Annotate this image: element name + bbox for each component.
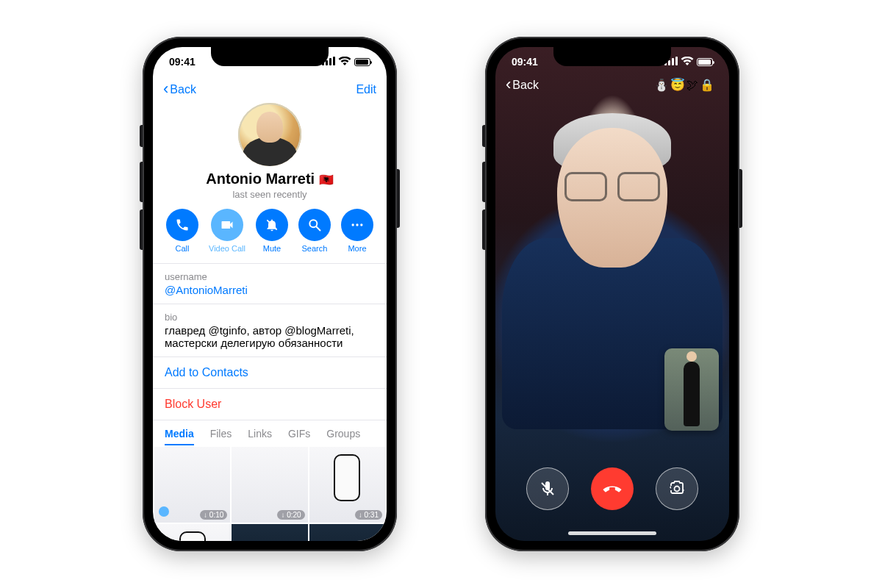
- nav-bar: ‹ Back Edit: [153, 76, 387, 103]
- edit-button[interactable]: Edit: [356, 83, 376, 96]
- media-duration: ↓ 0:10: [200, 510, 227, 520]
- search-button[interactable]: Search: [298, 209, 331, 253]
- svg-point-8: [356, 223, 358, 226]
- play-icon: [159, 506, 169, 517]
- self-video-pip[interactable]: [664, 348, 719, 431]
- bio-value: главред @tginfo, автор @blogMarreti, мас…: [165, 324, 375, 349]
- status-time: 09:41: [512, 56, 538, 68]
- call-button[interactable]: Call: [166, 209, 198, 253]
- display-name-text: Antonio Marreti: [206, 171, 315, 187]
- username-label: username: [165, 271, 375, 282]
- svg-point-9: [360, 223, 362, 226]
- video-icon: [220, 218, 234, 232]
- add-to-contacts-button[interactable]: Add to Contacts: [153, 356, 387, 388]
- toggle-mute-button[interactable]: [526, 467, 569, 510]
- svg-point-7: [351, 223, 354, 226]
- last-seen-label: last seen recently: [153, 189, 387, 200]
- svg-rect-1: [326, 60, 328, 65]
- media-duration: ↓ 0:31: [355, 510, 382, 520]
- tab-files[interactable]: Files: [210, 428, 232, 445]
- profile-tabs: Media Files Links GIFs Groups: [153, 420, 387, 445]
- tab-media[interactable]: Media: [165, 428, 194, 445]
- call-label: Call: [176, 244, 190, 253]
- phone-icon: [175, 218, 190, 232]
- avatar[interactable]: [238, 103, 301, 166]
- battery-icon: [354, 58, 370, 66]
- back-button[interactable]: ‹ Back: [506, 78, 539, 93]
- flip-camera-icon: [668, 480, 686, 498]
- status-indicators: [322, 56, 370, 68]
- battery-icon: [697, 58, 713, 66]
- media-item[interactable]: ↓ 0:10: [154, 447, 230, 523]
- status-time: 09:41: [169, 56, 196, 68]
- media-item[interactable]: [154, 524, 230, 541]
- media-item[interactable]: ↓ 0:20: [232, 447, 307, 523]
- search-icon: [307, 218, 322, 232]
- phone-frame-right: 09:41 ‹ Back ⛄😇🕊🔒: [485, 37, 739, 551]
- svg-rect-11: [668, 60, 670, 65]
- media-item[interactable]: ↓ 0:31: [309, 447, 385, 523]
- wifi-icon: [681, 56, 694, 68]
- back-label: Back: [170, 83, 196, 96]
- bio-label: bio: [165, 312, 375, 323]
- bell-off-icon: [265, 218, 279, 232]
- bio-section: bio главред @tginfo, автор @blogMarreti,…: [153, 304, 387, 356]
- search-label: Search: [302, 244, 328, 253]
- svg-point-15: [675, 487, 680, 492]
- call-controls: [495, 467, 729, 510]
- wifi-icon: [338, 56, 351, 68]
- svg-rect-3: [333, 57, 335, 65]
- video-call-button[interactable]: Video Call: [209, 209, 245, 253]
- notch: [553, 47, 671, 66]
- flag-icon: 🇦🇱: [319, 173, 334, 186]
- video-call-label: Video Call: [209, 244, 245, 253]
- tab-links[interactable]: Links: [248, 428, 272, 445]
- back-label: Back: [512, 79, 539, 92]
- media-grid: ↓ 0:10 ↓ 0:20 ↓ 0:31: [153, 445, 387, 541]
- username-value[interactable]: @AntonioMarreti: [165, 284, 375, 296]
- media-duration: ↓ 0:20: [277, 510, 304, 520]
- svg-rect-13: [675, 57, 678, 65]
- media-item[interactable]: [232, 524, 307, 541]
- profile-actions: Call Video Call Mute Search More: [153, 209, 387, 253]
- flip-camera-button[interactable]: [656, 467, 698, 510]
- svg-line-6: [316, 227, 320, 231]
- tab-gifs[interactable]: GIFs: [288, 428, 310, 445]
- tab-groups[interactable]: Groups: [326, 428, 360, 445]
- display-name: Antonio Marreti 🇦🇱: [153, 171, 387, 187]
- mute-button[interactable]: Mute: [256, 209, 288, 253]
- block-user-button[interactable]: Block User: [153, 388, 387, 420]
- more-label: More: [348, 244, 366, 253]
- status-indicators: [664, 56, 713, 68]
- mute-label: Mute: [263, 244, 281, 253]
- back-button[interactable]: ‹ Back: [163, 82, 196, 97]
- screen-video-call: 09:41 ‹ Back ⛄😇🕊🔒: [495, 47, 729, 541]
- mic-off-icon: [539, 480, 556, 498]
- media-item[interactable]: [309, 524, 385, 541]
- more-button[interactable]: More: [341, 209, 373, 253]
- username-section: username @AntonioMarreti: [153, 263, 387, 304]
- call-status-icons: ⛄😇🕊🔒: [654, 78, 716, 92]
- svg-rect-12: [672, 58, 674, 65]
- chevron-left-icon: ‹: [163, 81, 168, 97]
- svg-rect-2: [329, 58, 331, 65]
- phone-hangup-icon: [602, 478, 623, 499]
- more-icon: [350, 218, 365, 232]
- home-indicator[interactable]: [568, 531, 656, 535]
- phone-frame-left: 09:41 ‹ Back Edit Anton: [143, 37, 397, 551]
- screen-profile: 09:41 ‹ Back Edit Anton: [153, 47, 387, 541]
- chevron-left-icon: ‹: [506, 76, 511, 93]
- end-call-button[interactable]: [591, 467, 634, 510]
- notch: [211, 47, 329, 66]
- profile-header: Antonio Marreti 🇦🇱 last seen recently: [153, 103, 387, 200]
